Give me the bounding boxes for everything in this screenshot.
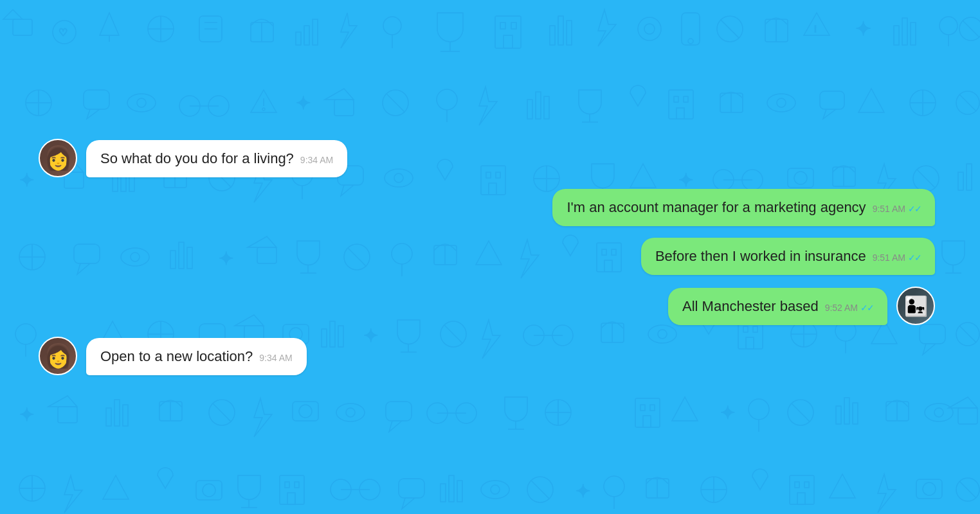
bubble-3: Before then I worked in insurance 9:51 A… bbox=[641, 238, 935, 275]
bubble-meta-4: 9:52 AM ✓✓ bbox=[825, 303, 873, 313]
bubble-5: Open to a new location? 9:34 AM bbox=[86, 338, 307, 375]
bubble-1: So what do you do for a living? 9:34 AM bbox=[86, 140, 347, 177]
message-time-1: 9:34 AM bbox=[300, 155, 333, 165]
check-marks-4: ✓✓ bbox=[860, 303, 873, 313]
bubble-meta-3: 9:51 AM ✓✓ bbox=[873, 253, 921, 263]
message-time-2: 9:51 AM bbox=[873, 204, 905, 214]
avatar-male-1 bbox=[896, 287, 935, 325]
message-text-5: Open to a new location? bbox=[100, 348, 253, 365]
bubble-4: All Manchester based 9:52 AM ✓✓ bbox=[668, 288, 887, 325]
message-row-4: All Manchester based 9:52 AM ✓✓ bbox=[39, 287, 941, 325]
check-marks-2: ✓✓ bbox=[908, 204, 921, 214]
avatar-female-1 bbox=[39, 139, 77, 177]
avatar-female-2 bbox=[39, 337, 77, 375]
bubble-meta-2: 9:51 AM ✓✓ bbox=[873, 204, 921, 214]
message-row-2: I'm an account manager for a marketing a… bbox=[39, 189, 941, 226]
message-text-3: Before then I worked in insurance bbox=[655, 248, 866, 265]
message-time-5: 9:34 AM bbox=[259, 353, 292, 363]
bubble-2: I'm an account manager for a marketing a… bbox=[552, 189, 935, 226]
message-text-2: I'm an account manager for a marketing a… bbox=[567, 199, 866, 216]
message-time-3: 9:51 AM bbox=[873, 253, 905, 263]
bubble-meta-5: 9:34 AM bbox=[259, 353, 292, 363]
check-marks-3: ✓✓ bbox=[908, 253, 921, 263]
bubble-meta-1: 9:34 AM bbox=[300, 155, 333, 165]
message-time-4: 9:52 AM bbox=[825, 303, 858, 313]
message-row-5: Open to a new location? 9:34 AM bbox=[39, 337, 941, 375]
message-text-1: So what do you do for a living? bbox=[100, 150, 294, 167]
chat-container: So what do you do for a living? 9:34 AM … bbox=[0, 0, 980, 514]
message-text-4: All Manchester based bbox=[682, 298, 819, 315]
message-row-1: So what do you do for a living? 9:34 AM bbox=[39, 139, 941, 177]
message-row-3: Before then I worked in insurance 9:51 A… bbox=[39, 238, 941, 275]
